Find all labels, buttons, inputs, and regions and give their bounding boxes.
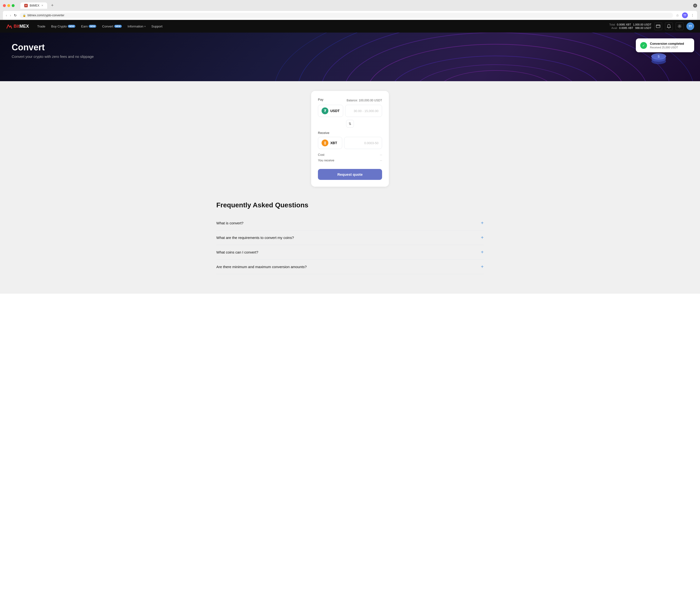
svg-point-7	[438, 71, 554, 81]
information-dropdown-arrow: ▾	[144, 25, 146, 28]
forward-button[interactable]: ›	[10, 14, 11, 17]
faq-question-2: What coins can I convert?	[216, 250, 258, 254]
pay-currency-name: USDT	[330, 109, 340, 113]
receive-currency-name: XBT	[330, 141, 337, 145]
faq-item-0[interactable]: What is convert? +	[216, 216, 484, 230]
nav-earn[interactable]: Earn NEW	[79, 24, 99, 29]
wallet-button[interactable]	[654, 22, 662, 30]
you-receive-row: You receive --	[318, 157, 382, 163]
nav-right: Total 0.0085 XBT 1,000.00 USDT Avail 0.0…	[609, 22, 694, 30]
receive-amount-placeholder: 0.0003-50	[364, 141, 378, 145]
lock-icon: 🔒	[23, 14, 26, 17]
nav-buy-crypto[interactable]: Buy Crypto NEW	[49, 24, 78, 29]
bookmark-icon[interactable]: ☆	[676, 14, 679, 17]
logo-text: BitMEX	[14, 24, 29, 29]
cost-rows: Cost -- You receive --	[318, 152, 382, 163]
user-avatar[interactable]: TT	[686, 22, 694, 30]
receive-currency-selector[interactable]: ₿ XBT	[318, 137, 342, 149]
faq-expand-1[interactable]: +	[481, 235, 484, 241]
nav-information[interactable]: Information ▾	[125, 24, 148, 29]
balance-info: Total 0.0085 XBT 1,000.00 USDT Avail 0.0…	[609, 23, 651, 29]
pay-amount-input[interactable]: 30.00 - 15,000.00	[345, 105, 382, 117]
usdt-icon: ₮	[322, 107, 328, 114]
nav-trade[interactable]: Trade	[35, 24, 48, 29]
minimize-window-button[interactable]	[7, 4, 10, 7]
faq-item-1[interactable]: What are the requirements to convert my …	[216, 230, 484, 245]
buy-crypto-badge: NEW	[68, 25, 75, 28]
pay-label: Pay	[318, 98, 323, 101]
faq-title: Frequently Asked Questions	[216, 201, 484, 209]
browser-menu-button[interactable]: ⋮	[691, 14, 694, 17]
hero-subtitle: Convert your crypto with zero fees and n…	[12, 54, 688, 58]
hero-section: Convert Convert your crypto with zero fe…	[0, 32, 700, 81]
faq-item-3[interactable]: Are there minimum and maximum conversion…	[216, 259, 484, 274]
notification-subtitle: Received 25,000 USDT	[650, 46, 684, 49]
total-label: Total	[609, 23, 615, 26]
navbar: BitMEX Trade Buy Crypto NEW Earn NEW Con…	[0, 20, 700, 32]
cost-row: Cost --	[318, 152, 382, 157]
pay-amount-placeholder: 30.00 - 15,000.00	[354, 109, 378, 113]
convert-badge: NEW	[114, 25, 122, 28]
maximize-window-button[interactable]	[12, 4, 15, 7]
faq-question-1: What are the requirements to convert my …	[216, 235, 294, 240]
faq-section: Frequently Asked Questions What is conve…	[216, 201, 484, 274]
conversion-notification: ✓ Conversion completed Received 25,000 U…	[636, 39, 694, 52]
tab-favicon	[24, 4, 28, 7]
svg-point-1	[679, 26, 680, 27]
notifications-button[interactable]	[665, 22, 673, 30]
reload-button[interactable]: ↻	[14, 14, 17, 17]
faq-question-3: Are there minimum and maximum conversion…	[216, 265, 307, 269]
nav-links: Trade Buy Crypto NEW Earn NEW Convert NE…	[35, 24, 609, 29]
browser-profile-button[interactable]: TT	[682, 13, 688, 18]
address-bar[interactable]: 🔒 bitmex.com/crypto-converter	[20, 13, 673, 18]
svg-point-5	[391, 56, 601, 81]
balance-hint: Balance: 100,000.00 USDT	[347, 99, 382, 102]
faq-expand-2[interactable]: +	[481, 249, 484, 255]
faq-expand-0[interactable]: +	[481, 220, 484, 226]
settings-button[interactable]	[676, 22, 683, 30]
notification-title: Conversion completed	[650, 42, 684, 46]
check-icon: ✓	[640, 42, 647, 49]
xbt-icon: ₿	[322, 140, 328, 146]
you-receive-label: You receive	[318, 158, 334, 162]
hero-title: Convert	[12, 42, 688, 52]
url-text: bitmex.com/crypto-converter	[27, 14, 64, 17]
close-window-button[interactable]	[3, 4, 6, 7]
receive-amount-input[interactable]: 0.0003-50	[344, 137, 382, 149]
nav-convert[interactable]: Convert NEW	[100, 24, 124, 29]
avail-usdt: 988.00 USDT	[635, 26, 651, 29]
cost-value: --	[380, 153, 382, 156]
tab-close-button[interactable]: ✕	[41, 4, 43, 7]
browser-menu-icon	[693, 4, 697, 7]
tab-title: BitMEX	[30, 4, 40, 7]
faq-item-2[interactable]: What coins can I convert? +	[216, 245, 484, 259]
total-usdt: 1,000.00 USDT	[633, 23, 651, 26]
earn-badge: NEW	[89, 25, 96, 28]
logo[interactable]: BitMEX	[6, 23, 29, 30]
avail-label: Avail	[611, 26, 617, 29]
swap-button[interactable]: ⇅	[346, 120, 354, 128]
total-xbt: 0.0085 XBT	[617, 23, 631, 26]
browser-tab[interactable]: BitMEX ✕	[20, 2, 47, 9]
back-button[interactable]: ‹	[6, 14, 7, 17]
nav-support[interactable]: Support	[149, 24, 165, 29]
request-quote-button[interactable]: Request quote	[318, 169, 382, 180]
you-receive-value: --	[380, 158, 382, 162]
main-content: Pay Balance: 100,000.00 USDT ₮ USDT 30.0…	[0, 81, 700, 294]
new-tab-button[interactable]: +	[49, 2, 56, 9]
faq-expand-3[interactable]: +	[481, 264, 484, 270]
faq-question-0: What is convert?	[216, 221, 244, 225]
svg-point-6	[414, 65, 577, 81]
cost-label: Cost	[318, 153, 324, 156]
convert-card: Pay Balance: 100,000.00 USDT ₮ USDT 30.0…	[311, 91, 389, 187]
avail-xbt: 0.0085 XBT	[619, 26, 633, 29]
pay-currency-selector[interactable]: ₮ USDT	[318, 105, 343, 117]
swap-icon: ⇅	[349, 122, 351, 126]
receive-label: Receive	[318, 131, 329, 135]
